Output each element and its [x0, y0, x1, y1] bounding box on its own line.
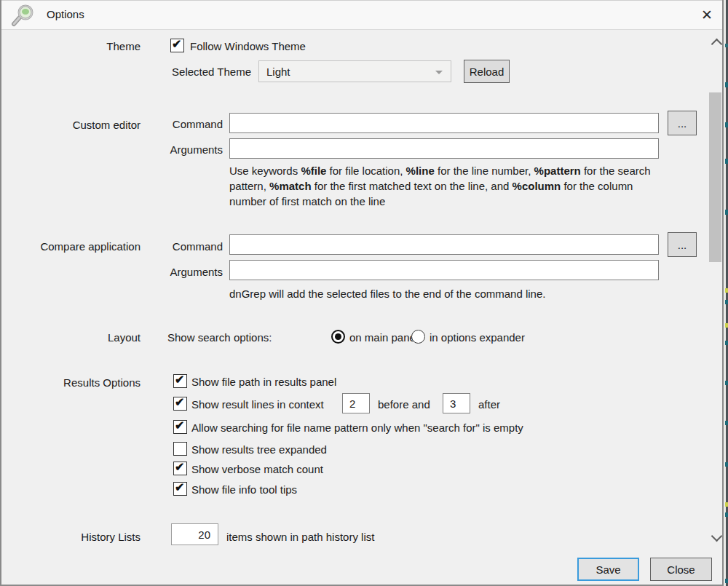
- results-tree-expanded-checkbox[interactable]: ✔: [173, 442, 187, 456]
- section-label-layout: Layout: [0, 330, 141, 344]
- custom-editor-arguments-input[interactable]: [229, 138, 659, 159]
- edge-artifact: [725, 323, 728, 328]
- compare-command-label: Command: [0, 239, 223, 253]
- check-icon: ✔: [172, 37, 181, 51]
- show-search-options-prompt: Show search options:: [167, 330, 272, 344]
- check-icon: ✔: [175, 419, 184, 432]
- file-info-tooltips-checkbox[interactable]: ✔: [173, 482, 187, 496]
- magnifier-icon: [10, 4, 36, 27]
- save-button[interactable]: Save: [577, 558, 639, 581]
- scrollbar-thumb[interactable]: [709, 92, 721, 262]
- edge-artifact: [725, 159, 728, 164]
- section-label-history-lists: History Lists: [0, 530, 141, 544]
- edge-artifact: [725, 44, 728, 47]
- context-before-input[interactable]: [342, 393, 370, 413]
- compare-arguments-label: Arguments: [0, 265, 223, 279]
- compare-browse-button[interactable]: ...: [668, 232, 697, 257]
- compare-arguments-input[interactable]: [229, 260, 659, 280]
- radio-on-main-panel-label: on main panel: [349, 330, 418, 344]
- allow-file-pattern-label: Allow searching for file name pattern on…: [191, 421, 523, 435]
- custom-editor-command-input[interactable]: [229, 113, 659, 133]
- custom-editor-browse-button[interactable]: ...: [668, 111, 697, 135]
- context-middle-text: before and: [378, 397, 430, 411]
- close-icon[interactable]: ✕: [695, 6, 719, 25]
- radio-on-main-panel[interactable]: [331, 330, 345, 344]
- check-icon: ✔: [175, 480, 184, 494]
- context-after-text: after: [478, 397, 500, 411]
- titlebar: Options ✕: [1, 1, 722, 30]
- edge-artifact: [725, 462, 728, 467]
- allow-file-pattern-checkbox[interactable]: ✔: [173, 420, 187, 434]
- edge-artifact: [725, 341, 728, 345]
- edge-artifact: [725, 122, 728, 127]
- edge-artifact: [725, 210, 728, 215]
- verbose-match-count-label: Show verbose match count: [191, 462, 323, 476]
- chevron-down-icon: [435, 71, 443, 74]
- edge-artifact: [725, 579, 728, 583]
- window-border-top: [0, 0, 724, 1]
- results-tree-expanded-label: Show results tree expanded: [191, 443, 327, 456]
- show-context-lines-checkbox[interactable]: ✔: [173, 397, 187, 411]
- edge-artifact: [725, 421, 728, 425]
- file-info-tooltips-label: Show file info tool tips: [191, 483, 297, 496]
- section-label-theme: Theme: [0, 39, 141, 53]
- scroll-up-icon[interactable]: [711, 39, 723, 50]
- section-label-results-options: Results Options: [0, 376, 141, 389]
- selected-theme-value: Light: [266, 65, 290, 79]
- follow-windows-theme-checkbox[interactable]: ✔: [170, 39, 184, 52]
- scroll-down-icon[interactable]: [711, 531, 723, 542]
- history-count-input[interactable]: [171, 523, 218, 545]
- compare-command-input[interactable]: [229, 234, 659, 255]
- show-file-path-label: Show file path in results panel: [191, 375, 336, 389]
- custom-editor-help-text: Use keywords %file for file location, %l…: [229, 163, 654, 209]
- edge-artifact: [725, 288, 728, 293]
- edge-artifact: [725, 381, 728, 385]
- selected-theme-label: Selected Theme: [0, 65, 251, 79]
- behind-window-strip: [724, 0, 728, 586]
- compare-help-text: dnGrep will add the selected files to th…: [229, 286, 654, 301]
- check-icon: ✔: [175, 460, 184, 474]
- edge-artifact: [725, 82, 728, 87]
- show-context-lines-label: Show result lines in context: [191, 397, 324, 411]
- radio-in-options-expander[interactable]: [411, 330, 425, 344]
- selected-theme-dropdown[interactable]: Light: [258, 60, 451, 82]
- edge-artifact: [725, 512, 728, 517]
- history-suffix-text: items shown in path history list: [226, 530, 374, 544]
- close-button[interactable]: Close: [650, 558, 712, 581]
- check-icon: ✔: [175, 395, 184, 409]
- window-title: Options: [47, 8, 84, 20]
- edge-artifact: [725, 502, 728, 507]
- show-file-path-checkbox[interactable]: ✔: [173, 374, 187, 388]
- check-icon: ✔: [175, 373, 184, 387]
- options-window: Options ✕ Theme ✔ Follow Windows Theme S…: [0, 0, 728, 586]
- reload-button[interactable]: Reload: [464, 60, 510, 83]
- context-after-input[interactable]: [443, 393, 470, 413]
- follow-windows-theme-label: Follow Windows Theme: [190, 39, 306, 53]
- custom-editor-arguments-label: Arguments: [0, 143, 223, 157]
- radio-in-options-expander-label: in options expander: [430, 330, 525, 344]
- window-border-left: [0, 0, 1, 586]
- verbose-match-count-checkbox[interactable]: ✔: [173, 462, 187, 475]
- edge-artifact: [725, 300, 728, 304]
- custom-editor-command-label: Command: [0, 117, 223, 131]
